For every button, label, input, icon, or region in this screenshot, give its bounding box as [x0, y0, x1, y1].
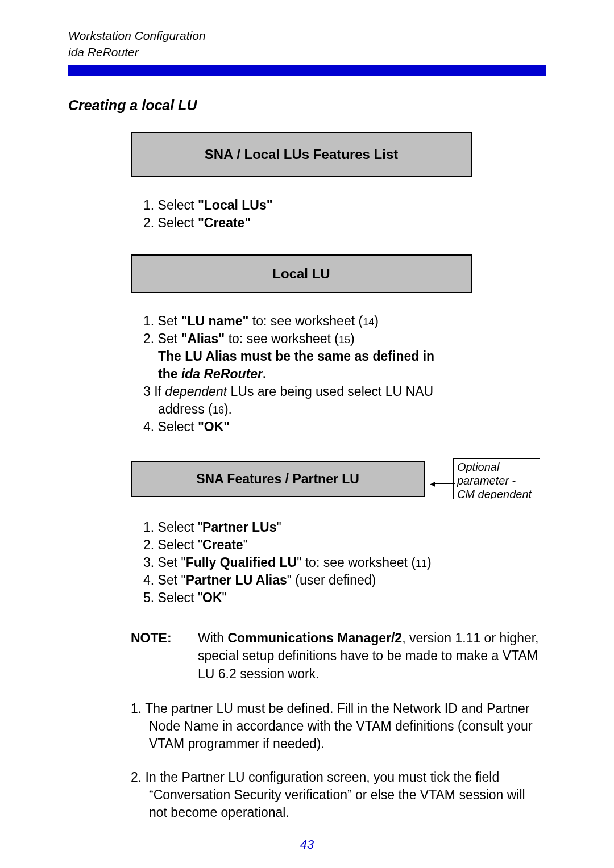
header-divider-bar	[68, 65, 546, 76]
header-line2: ida ReRouter	[68, 44, 546, 60]
box-sna-local-lus: SNA / Local LUs Features List	[131, 132, 472, 177]
header-line1: Workstation Configuration	[68, 27, 546, 44]
box-local-lu: Local LU	[131, 254, 472, 293]
note-label: NOTE:	[131, 629, 198, 682]
step-item: 2. Select "Create"	[156, 536, 540, 554]
step-item: 3. Set "Fully Qualified LU" to: see work…	[156, 554, 540, 571]
partner-lu-row: SNA Features / Partner LU ◄ Optional par…	[131, 458, 540, 499]
step-item: 2. Select "Create"	[156, 214, 540, 232]
step-item: 4. Set "Partner LU Alias" (user defined)	[156, 571, 540, 589]
step-item: 5. Select "OK"	[156, 589, 540, 607]
step-item: 2. Set "Alias" to: see worksheet (15) Th…	[156, 330, 540, 383]
note-steps: 1. The partner LU must be defined. Fill …	[131, 700, 540, 821]
note-block: NOTE: With Communications Manager/2, ver…	[131, 629, 540, 682]
page-number: 43	[0, 837, 614, 852]
step-item: 1. Select "Local LUs"	[156, 197, 540, 214]
step-item: 1. Select "Partner LUs"	[156, 519, 540, 536]
step-item: 1. Set "LU name" to: see worksheet (14)	[156, 312, 540, 330]
note-body: With Communications Manager/2, version 1…	[198, 629, 540, 682]
callout-arrow: ◄	[425, 478, 453, 479]
arrow-head-icon: ◄	[428, 479, 437, 489]
step-item: 4. Select "OK"	[156, 418, 540, 436]
callout-optional-parameter: Optional parameter - CM dependent	[453, 458, 540, 499]
step-item: 3 If dependent LUs are being used select…	[156, 383, 540, 418]
box-sna-local-lus-title: SNA / Local LUs Features List	[205, 147, 399, 162]
box-partner-lu: SNA Features / Partner LU	[131, 461, 425, 497]
note-step-item: 1. The partner LU must be defined. Fill …	[131, 700, 540, 753]
box-partner-lu-title: SNA Features / Partner LU	[196, 471, 359, 486]
section-title: Creating a local LU	[68, 97, 546, 114]
steps-select-local-lus: 1. Select "Local LUs" 2. Select "Create"	[131, 197, 540, 232]
steps-local-lu-config: 1. Set "LU name" to: see worksheet (14) …	[131, 312, 540, 436]
steps-partner-lu: 1. Select "Partner LUs" 2. Select "Creat…	[131, 519, 540, 607]
note-step-item: 2. In the Partner LU configuration scree…	[131, 769, 540, 821]
box-local-lu-title: Local LU	[272, 266, 330, 281]
running-header: Workstation Configuration ida ReRouter	[68, 27, 546, 61]
